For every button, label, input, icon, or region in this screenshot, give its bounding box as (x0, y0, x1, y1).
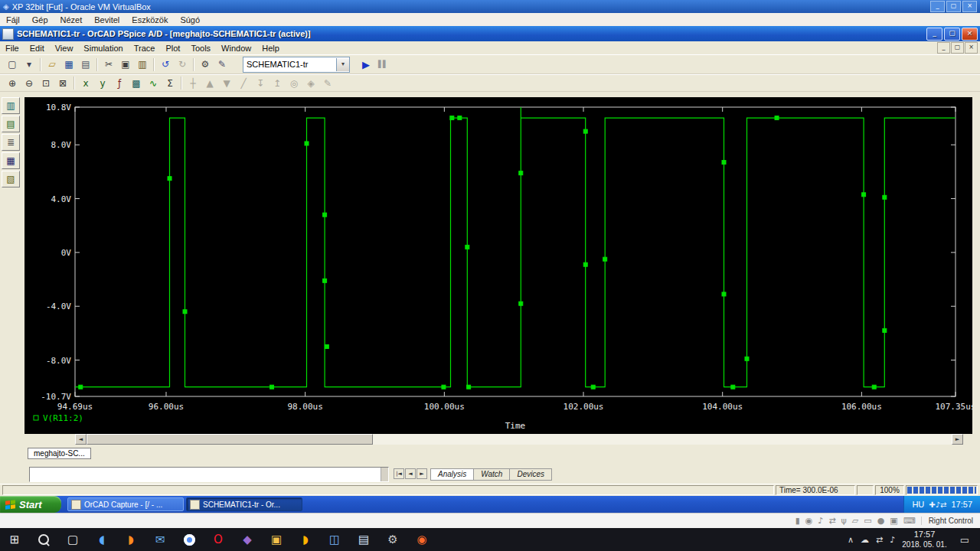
tab-devices[interactable]: Devices (510, 468, 552, 481)
vb-menu-bevitel[interactable]: Bevitel (88, 15, 126, 25)
vb-menu-sugo[interactable]: Súgó (174, 15, 206, 25)
output-window-icon[interactable]: ▧ (2, 171, 20, 187)
waveform-plot[interactable]: 10.8V8.0V4.0V0V-4.0V-8.0V-10.7V94.69us96… (24, 97, 972, 434)
simulation-results-icon[interactable]: ▥ (2, 97, 20, 114)
undo-button[interactable]: ↺ (158, 57, 173, 72)
window-restore-button[interactable]: ▢ (944, 28, 960, 41)
combo-dropdown-icon[interactable]: ▾ (336, 58, 349, 71)
menu-edit[interactable]: Edit (24, 43, 50, 54)
paste-button[interactable]: ▥ (135, 57, 150, 72)
circuit-file-icon[interactable]: ▤ (2, 116, 20, 132)
log-y-axis-button[interactable]: y (95, 76, 110, 90)
task-orcad-capture[interactable]: OrCAD Capture - [/ - ... (67, 497, 184, 511)
save-button[interactable]: ▦ (61, 57, 77, 72)
run-simulation-button[interactable]: ▶ (358, 57, 374, 72)
xp-start-button[interactable]: Start (0, 496, 61, 513)
output-file-icon[interactable]: ≣ (2, 134, 20, 151)
menu-simulation[interactable]: Simulation (78, 43, 128, 54)
evaluate-measurement-button[interactable]: Σ (162, 76, 178, 90)
network-icon[interactable]: ⇄ (940, 500, 946, 509)
edit-profile-button[interactable]: ✎ (214, 57, 230, 72)
menu-trace[interactable]: Trace (129, 43, 161, 54)
plot-window-tab[interactable]: meghajto-SC... (28, 448, 91, 459)
vb-menu-eszkozok[interactable]: Eszközök (126, 15, 174, 25)
tab-nav-next-button[interactable]: ► (416, 468, 427, 479)
vb-menu-gep[interactable]: Gép (26, 15, 54, 25)
cursor-peak-button[interactable]: ▲ (202, 76, 217, 90)
menu-file[interactable]: File (0, 43, 24, 54)
waveform-plot-area[interactable]: 10.8V8.0V4.0V0V-4.0V-8.0V-10.7V94.69us96… (24, 97, 972, 434)
cursor-point-button[interactable]: ◎ (286, 76, 302, 90)
action-center-button[interactable]: ▭ (954, 534, 975, 546)
host-search-button[interactable] (29, 528, 58, 551)
database-icon[interactable]: ◫ (320, 528, 349, 551)
cursor-trough-button[interactable]: ▼ (219, 76, 234, 90)
onedrive-icon[interactable]: ☁ (861, 535, 869, 545)
add-trace-button[interactable]: ∿ (145, 76, 161, 90)
host-clock[interactable]: 17:57 2018. 05. 01. (902, 530, 946, 549)
explorer-icon[interactable]: ▣ (262, 528, 291, 551)
tab-watch[interactable]: Watch (474, 468, 510, 481)
language-indicator[interactable]: HU (912, 500, 924, 509)
window-close-button[interactable]: × (962, 28, 978, 41)
output-scrollbar[interactable] (381, 468, 388, 481)
simulation-queue-icon[interactable]: ▦ (2, 152, 20, 169)
volume-icon[interactable]: ♪ (890, 535, 895, 545)
vb-menu-fajl[interactable]: Fájl (0, 15, 26, 25)
mdi-restore-button[interactable]: ▢ (951, 42, 964, 54)
log-x-axis-button[interactable]: x (78, 76, 93, 90)
toggle-cursor-button[interactable]: ┼ (185, 76, 201, 90)
xp-clock[interactable]: 17:57 (951, 500, 972, 509)
menu-view[interactable]: View (50, 43, 79, 54)
zoom-in-button[interactable]: ⊕ (5, 76, 20, 90)
simulation-profile-combo[interactable]: SCHEMATIC1-tr ▾ (243, 57, 350, 73)
browser-icon[interactable]: ◉ (407, 528, 436, 551)
simulation-settings-button[interactable]: ⚙ (198, 57, 213, 72)
window-minimize-button[interactable]: _ (926, 28, 942, 41)
notes-icon[interactable]: ▤ (349, 528, 378, 551)
zoom-area-button[interactable]: ⊡ (38, 76, 54, 90)
print-button[interactable]: ▤ (78, 57, 93, 72)
copy-button[interactable]: ▣ (118, 57, 133, 72)
new-simulation-button[interactable]: ▢ (5, 57, 20, 72)
zoom-out-button[interactable]: ⊖ (21, 76, 37, 90)
scroll-right-button[interactable]: ► (952, 434, 963, 445)
open-button[interactable]: ▱ (44, 57, 60, 72)
redo-button[interactable]: ↻ (175, 57, 190, 72)
menu-window[interactable]: Window (216, 43, 256, 54)
menu-tools[interactable]: Tools (185, 43, 216, 54)
task-view-button[interactable]: ▢ (58, 528, 87, 551)
task-pspice[interactable]: SCHEMATIC1-tr - Or... (186, 497, 302, 511)
new-dropdown-arrow[interactable]: ▾ (21, 57, 37, 72)
cursor-max-button[interactable]: ↥ (270, 76, 285, 90)
menu-plot[interactable]: Plot (160, 43, 185, 54)
mark-label-button[interactable]: ✎ (320, 76, 335, 90)
thunderbird-icon[interactable]: ◖ (87, 528, 116, 551)
vscode-icon[interactable]: ◆ (233, 528, 262, 551)
plot-horizontal-scrollbar[interactable]: ◄ ► (75, 434, 963, 445)
zoom-fit-button[interactable]: ⊠ (55, 76, 70, 90)
firefox-nightly-icon[interactable]: ◗ (291, 528, 320, 551)
opera-icon[interactable]: O (204, 528, 233, 551)
vbox-close-button[interactable]: × (962, 1, 977, 12)
cursor-search-button[interactable]: ◈ (303, 76, 318, 90)
vb-menu-nezet[interactable]: Nézet (54, 15, 89, 25)
vbox-maximize-button[interactable]: ▢ (946, 1, 961, 12)
host-start-button[interactable]: ⊞ (0, 528, 29, 551)
cursor-min-button[interactable]: ↧ (253, 76, 268, 90)
mdi-minimize-button[interactable]: _ (937, 42, 950, 54)
mdi-close-button[interactable]: × (965, 42, 978, 54)
settings-icon[interactable]: ⚙ (378, 528, 407, 551)
menu-help[interactable]: Help (256, 43, 285, 54)
performance-analysis-button[interactable]: ▩ (129, 76, 144, 90)
cursor-slope-button[interactable]: ╱ (236, 76, 251, 90)
tab-nav-prev-button[interactable]: ◄ (405, 468, 416, 479)
vbox-minimize-button[interactable]: _ (930, 1, 945, 12)
tab-analysis[interactable]: Analysis (430, 468, 474, 481)
antivirus-icon[interactable]: ✚ (929, 500, 935, 509)
firefox-icon[interactable]: ◗ (116, 528, 145, 551)
tab-nav-first-button[interactable]: |◄ (394, 468, 404, 479)
mail-icon[interactable]: ✉ (145, 528, 175, 551)
scrollbar-thumb[interactable] (87, 434, 373, 445)
cut-button[interactable]: ✂ (101, 57, 116, 72)
